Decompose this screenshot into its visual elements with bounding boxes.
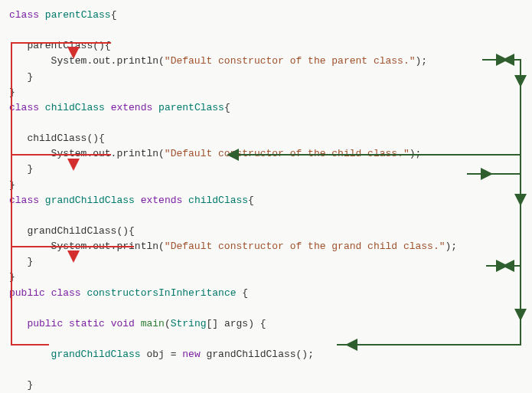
- type-grandChildClass: grandChildClass: [51, 349, 141, 360]
- keyword-new: new: [182, 349, 200, 360]
- bracket: ]: [212, 318, 218, 329]
- string-parent: "Default constructor of the parent class…: [165, 55, 416, 67]
- equals: =: [171, 349, 177, 360]
- keyword-public: public: [9, 287, 45, 299]
- keyword-extends: extends: [141, 195, 183, 206]
- type-grandChildClass: grandChildClass: [45, 195, 135, 206]
- brace: {: [129, 225, 135, 237]
- keyword-class: class: [51, 287, 81, 299]
- brace: {: [99, 133, 105, 144]
- keyword-extends: extends: [111, 102, 153, 113]
- method-main: main: [141, 318, 165, 329]
- sysout-call: System.out.println: [51, 55, 158, 67]
- keyword-static: static: [69, 318, 105, 329]
- brace: {: [111, 9, 117, 21]
- brace: {: [260, 318, 266, 329]
- brace: {: [224, 102, 230, 113]
- var-obj: obj: [146, 349, 164, 360]
- string-grand: "Default constructor of the grand child …: [165, 241, 446, 252]
- brace: {: [242, 287, 248, 299]
- keyword-public: public: [27, 318, 63, 329]
- semi: ;: [416, 148, 422, 159]
- type-parentClass: parentClass: [45, 9, 111, 21]
- semi: ;: [451, 241, 457, 252]
- constructor-child: childClass(): [27, 133, 99, 144]
- semi: ;: [421, 55, 427, 67]
- code-block: class parentClass{ parentClass(){ System…: [9, 8, 524, 393]
- paren: (: [158, 148, 165, 159]
- paren: (: [158, 55, 165, 67]
- param-args: args: [224, 318, 248, 329]
- type-mainClass: constructorsInInheritance: [86, 287, 236, 299]
- keyword-class: class: [9, 195, 39, 206]
- type-childClass: childClass: [45, 102, 105, 113]
- constructor-parent: parentClass(): [27, 40, 104, 51]
- paren: (: [165, 318, 171, 329]
- semi: ;: [308, 349, 314, 360]
- brace: }: [9, 271, 15, 283]
- string-child: "Default constructor of the child class.…: [165, 148, 410, 159]
- brace: }: [27, 379, 33, 391]
- type-childClass: childClass: [188, 195, 248, 206]
- sysout-call: System.out.println: [51, 148, 158, 159]
- type-string: String: [171, 318, 207, 329]
- brace: }: [9, 87, 15, 98]
- brace: {: [248, 195, 254, 206]
- brace: }: [27, 71, 33, 83]
- paren: (: [158, 241, 165, 252]
- brace: }: [9, 179, 15, 191]
- keyword-class: class: [9, 102, 39, 113]
- constructor-grand: grandChildClass(): [27, 225, 129, 237]
- keyword-void: void: [111, 318, 135, 329]
- keyword-class: class: [9, 9, 39, 21]
- paren: ): [248, 318, 254, 329]
- paren: ): [410, 148, 416, 159]
- constructor-call: grandChildClass(): [207, 349, 308, 360]
- type-parentClass: parentClass: [158, 102, 224, 113]
- brace: }: [27, 256, 33, 267]
- brace: }: [27, 163, 33, 175]
- sysout-call: System.out.println: [51, 241, 158, 252]
- brace: {: [105, 40, 111, 51]
